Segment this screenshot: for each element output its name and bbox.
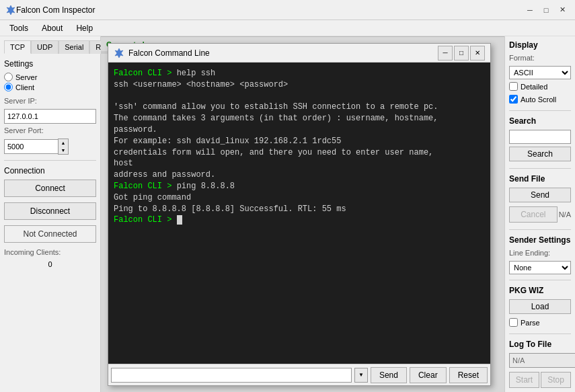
log-start-button[interactable]: Start: [509, 372, 539, 388]
left-tabs: TCP UDP Serial Rx: [4, 40, 96, 54]
app-logo-icon: [5, 5, 16, 15]
maximize-button[interactable]: □: [539, 3, 553, 17]
close-button[interactable]: ✕: [555, 3, 570, 17]
send-file-button[interactable]: Send: [509, 188, 571, 202]
right-panel: Display Format: ASCII HEX DEC Detailed A…: [504, 36, 575, 392]
menu-about[interactable]: About: [35, 22, 69, 34]
spin-up-button[interactable]: ▲: [59, 139, 68, 147]
auto-scroll-checkbox[interactable]: Auto Scroll: [509, 95, 571, 104]
terminal-prompt-cursor: Falcon CLI >: [114, 215, 177, 225]
incoming-count: 0: [4, 260, 96, 268]
display-divider: [509, 110, 571, 111]
title-bar-controls: ─ □ ✕: [523, 3, 570, 17]
auto-scroll-label: Auto Scroll: [521, 95, 556, 104]
modal-input-bar: ▼ Send Clear Reset: [108, 364, 490, 385]
radio-server-input[interactable]: [4, 73, 13, 81]
server-port-input[interactable]: [4, 139, 58, 154]
app-title: Falcon Com Inspector: [16, 5, 523, 15]
send-file-na: N/A: [559, 210, 571, 219]
log-stop-button[interactable]: Stop: [541, 372, 571, 388]
search-input[interactable]: [509, 130, 571, 144]
log-file-path-input[interactable]: [509, 353, 575, 368]
modal-reset-button[interactable]: Reset: [449, 367, 488, 383]
auto-scroll-checkbox-input[interactable]: [509, 95, 518, 104]
server-port-spinbox: ▲ ▼: [4, 139, 96, 155]
modal-title: Falcon Command Line: [128, 48, 438, 58]
spin-down-button[interactable]: ▼: [59, 147, 68, 154]
terminal-prompt-1: Falcon CLI >: [114, 69, 177, 78]
sender-settings-divider: [509, 280, 571, 280]
pkg-wiz-load-button[interactable]: Load: [509, 299, 571, 314]
modal-command-input[interactable]: [111, 368, 352, 383]
sender-settings-label: Sender Settings: [509, 235, 571, 245]
search-divider: [509, 168, 571, 169]
parse-label: Parse: [521, 319, 540, 327]
radio-server[interactable]: Server: [4, 73, 96, 81]
modal-clear-button[interactable]: Clear: [410, 367, 447, 383]
line-ending-label: Line Ending:: [509, 249, 571, 257]
incoming-clients-label: Incoming Clients:: [4, 248, 96, 256]
parse-checkbox[interactable]: Parse: [509, 318, 571, 327]
radio-client-input[interactable]: [4, 83, 13, 91]
detailed-checkbox-input[interactable]: [509, 82, 518, 91]
terminal-prompt-2: Falcon CLI >: [114, 182, 177, 191]
title-bar: Falcon Com Inspector ─ □ ✕: [0, 0, 575, 20]
detailed-checkbox[interactable]: Detailed: [509, 82, 571, 91]
settings-label: Settings: [4, 59, 96, 69]
modal-controls: ─ □ ✕: [438, 46, 485, 61]
radio-server-label: Server: [15, 73, 37, 81]
left-panel: TCP UDP Serial Rx Settings Server Client…: [0, 36, 101, 392]
modal-maximize-button[interactable]: □: [454, 46, 469, 61]
menu-bar: Tools About Help: [0, 20, 575, 36]
terminal-output: Falcon CLI > help ssh ssh <username> <ho…: [108, 63, 490, 364]
server-port-label: Server Port:: [4, 126, 96, 134]
modal-logo-icon: [114, 48, 124, 58]
parse-checkbox-input[interactable]: [509, 318, 518, 327]
search-section-label: Search: [509, 116, 571, 126]
search-button[interactable]: Search: [509, 147, 571, 161]
pkg-wiz-divider: [509, 334, 571, 334]
not-connected-button[interactable]: Not Connected: [4, 225, 96, 243]
tab-udp[interactable]: UDP: [31, 40, 59, 54]
menu-tools[interactable]: Tools: [3, 22, 35, 34]
server-ip-input[interactable]: [4, 109, 96, 124]
pkg-wiz-label: PKG WIZ: [509, 286, 571, 295]
modal-minimize-button[interactable]: ─: [438, 46, 453, 61]
format-select[interactable]: ASCII HEX DEC: [509, 66, 571, 79]
format-label: Format:: [509, 54, 571, 62]
tab-tcp[interactable]: TCP: [4, 40, 31, 54]
menu-help[interactable]: Help: [69, 22, 100, 34]
server-ip-label: Server IP:: [4, 97, 96, 105]
modal-close-button[interactable]: ✕: [470, 46, 485, 61]
log-file-na-row: ...: [509, 353, 571, 368]
modal-overlay: Falcon Command Line ─ □ ✕ Falcon CLI > h…: [101, 36, 504, 392]
connection-label: Connection: [4, 166, 96, 175]
radio-client-label: Client: [15, 83, 34, 91]
terminal-cursor: [177, 215, 182, 225]
detailed-label: Detailed: [521, 83, 547, 91]
disconnect-button[interactable]: Disconnect: [4, 202, 96, 220]
modal-title-bar: Falcon Command Line ─ □ ✕: [108, 44, 490, 63]
spin-arrows: ▲ ▼: [58, 139, 69, 155]
radio-client[interactable]: Client: [4, 83, 96, 91]
main-content: TCP UDP Serial Rx Settings Server Client…: [0, 36, 575, 392]
tab-serial[interactable]: Serial: [59, 40, 89, 54]
send-file-label: Send File: [509, 174, 571, 184]
cancel-file-button[interactable]: Cancel: [509, 206, 558, 223]
send-file-divider: [509, 229, 571, 230]
settings-divider: [4, 160, 96, 161]
center-area: Falcon Command Line ─ □ ✕ Falcon CLI > h…: [101, 36, 504, 392]
modal-input-dropdown[interactable]: ▼: [354, 368, 368, 383]
connect-button[interactable]: Connect: [4, 180, 96, 197]
display-label: Display: [509, 40, 571, 50]
modal-send-button[interactable]: Send: [371, 367, 407, 383]
server-client-radio: Server Client: [4, 73, 96, 91]
line-ending-select[interactable]: None CR LF CR+LF: [509, 261, 571, 274]
minimize-button[interactable]: ─: [523, 3, 537, 17]
command-line-modal: Falcon Command Line ─ □ ✕ Falcon CLI > h…: [108, 43, 491, 386]
log-to-file-label: Log To File: [509, 340, 571, 349]
